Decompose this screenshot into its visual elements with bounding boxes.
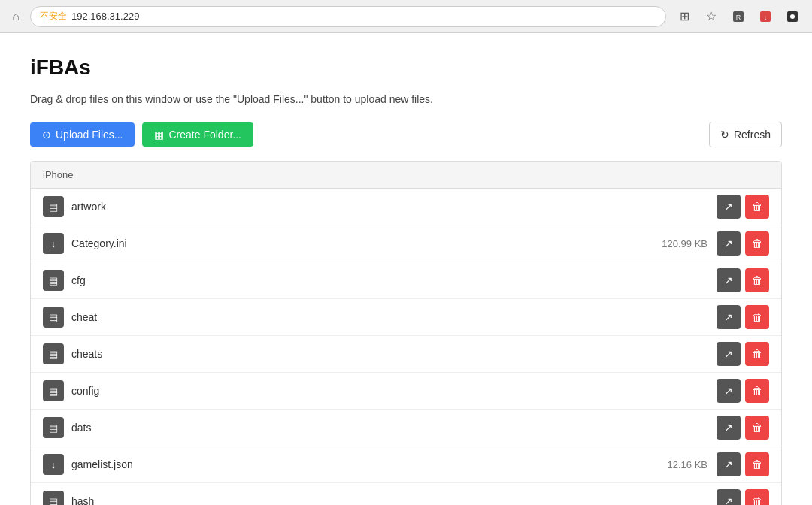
page-description: Drag & drop files on this window or use … <box>30 93 782 105</box>
share-button[interactable]: ↗ <box>717 452 741 476</box>
file-name: hash <box>71 495 647 505</box>
table-row: ▤ cheat ↗ 🗑 <box>31 299 781 336</box>
file-name: artwork <box>71 201 647 213</box>
extension3-button[interactable] <box>782 6 803 27</box>
folder-icon: ▤ <box>43 307 64 328</box>
translate-button[interactable]: ⊞ <box>674 6 695 27</box>
table-row: ▤ config ↗ 🗑 <box>31 373 781 410</box>
file-size: 12.16 KB <box>647 459 707 470</box>
table-row: ▤ dats ↗ 🗑 <box>31 410 781 446</box>
upload-icon: ⊙ <box>42 129 51 141</box>
folder-icon: ▤ <box>43 491 64 505</box>
address-text: 192.168.31.229 <box>71 11 139 22</box>
share-button[interactable]: ↗ <box>717 195 741 219</box>
file-list: iPhone ▤ artwork ↗ 🗑 ↓ Category.ini 120.… <box>30 161 782 505</box>
share-button[interactable]: ↗ <box>717 305 741 329</box>
browser-actions: ⊞ ☆ R ↓ <box>674 6 803 27</box>
table-row: ↓ gamelist.json 12.16 KB ↗ 🗑 <box>31 446 781 483</box>
file-icon: ↓ <box>43 454 64 475</box>
share-button[interactable]: ↗ <box>717 379 741 403</box>
share-button[interactable]: ↗ <box>717 231 741 256</box>
upload-label: Upload Files... <box>56 129 123 141</box>
delete-button[interactable]: 🗑 <box>745 416 769 440</box>
table-row: ▤ cfg ↗ 🗑 <box>31 262 781 299</box>
page-title: iFBAs <box>30 56 782 80</box>
folder-icon: ▤ <box>43 380 64 401</box>
file-size: 120.99 KB <box>647 238 707 249</box>
svg-point-5 <box>790 14 795 19</box>
browser-chrome: ⌂ 不安全 192.168.31.229 ⊞ ☆ R ↓ <box>0 0 812 33</box>
file-name: cheats <box>71 348 647 360</box>
home-icon[interactable]: ⌂ <box>9 10 23 23</box>
file-icon: ↓ <box>43 233 64 254</box>
extension2-button[interactable]: ↓ <box>755 6 776 27</box>
location-label: iPhone <box>43 169 73 180</box>
delete-button[interactable]: 🗑 <box>745 195 769 219</box>
file-actions: ↗ 🗑 <box>717 268 769 292</box>
delete-button[interactable]: 🗑 <box>745 452 769 476</box>
folder-icon: ▤ <box>43 196 64 217</box>
file-actions: ↗ 🗑 <box>717 489 769 505</box>
create-folder-button[interactable]: ▦ Create Folder... <box>142 122 253 147</box>
share-button[interactable]: ↗ <box>717 489 741 505</box>
toolbar-left: ⊙ Upload Files... ▦ Create Folder... <box>30 122 253 147</box>
create-folder-label: Create Folder... <box>168 129 241 141</box>
file-name: cfg <box>71 274 647 286</box>
page-content: iFBAs Drag & drop files on this window o… <box>0 33 812 505</box>
file-name: Category.ini <box>71 237 647 249</box>
delete-button[interactable]: 🗑 <box>745 489 769 505</box>
file-actions: ↗ 🗑 <box>717 342 769 366</box>
svg-text:R: R <box>736 14 741 21</box>
extension1-button[interactable]: R <box>728 6 749 27</box>
security-warning: 不安全 <box>40 10 67 23</box>
toolbar: ⊙ Upload Files... ▦ Create Folder... ↻ R… <box>30 122 782 147</box>
file-actions: ↗ 🗑 <box>717 231 769 256</box>
refresh-icon: ↻ <box>720 129 729 141</box>
share-button[interactable]: ↗ <box>717 416 741 440</box>
table-row: ▤ hash ↗ 🗑 <box>31 483 781 505</box>
file-actions: ↗ 🗑 <box>717 379 769 403</box>
file-actions: ↗ 🗑 <box>717 416 769 440</box>
table-row: ↓ Category.ini 120.99 KB ↗ 🗑 <box>31 225 781 262</box>
file-actions: ↗ 🗑 <box>717 305 769 329</box>
upload-files-button[interactable]: ⊙ Upload Files... <box>30 122 135 147</box>
table-row: ▤ artwork ↗ 🗑 <box>31 189 781 225</box>
file-name: cheat <box>71 311 647 323</box>
file-name: dats <box>71 422 647 434</box>
file-list-header: iPhone <box>31 162 781 189</box>
refresh-button[interactable]: ↻ Refresh <box>709 122 782 147</box>
file-rows-container: ▤ artwork ↗ 🗑 ↓ Category.ini 120.99 KB ↗… <box>31 189 781 505</box>
share-button[interactable]: ↗ <box>717 342 741 366</box>
address-bar[interactable]: 不安全 192.168.31.229 <box>30 6 666 27</box>
folder-icon: ▤ <box>43 417 64 438</box>
table-row: ▤ cheats ↗ 🗑 <box>31 336 781 373</box>
svg-text:↓: ↓ <box>764 14 768 21</box>
delete-button[interactable]: 🗑 <box>745 268 769 292</box>
delete-button[interactable]: 🗑 <box>745 305 769 329</box>
file-actions: ↗ 🗑 <box>717 195 769 219</box>
delete-button[interactable]: 🗑 <box>745 231 769 256</box>
delete-button[interactable]: 🗑 <box>745 379 769 403</box>
share-button[interactable]: ↗ <box>717 268 741 292</box>
file-name: gamelist.json <box>71 458 647 470</box>
bookmark-button[interactable]: ☆ <box>701 6 722 27</box>
folder-icon: ▤ <box>43 343 64 364</box>
folder-create-icon: ▦ <box>154 129 164 141</box>
refresh-label: Refresh <box>734 129 771 141</box>
folder-icon: ▤ <box>43 270 64 291</box>
file-actions: ↗ 🗑 <box>717 452 769 476</box>
delete-button[interactable]: 🗑 <box>745 342 769 366</box>
file-name: config <box>71 385 647 397</box>
